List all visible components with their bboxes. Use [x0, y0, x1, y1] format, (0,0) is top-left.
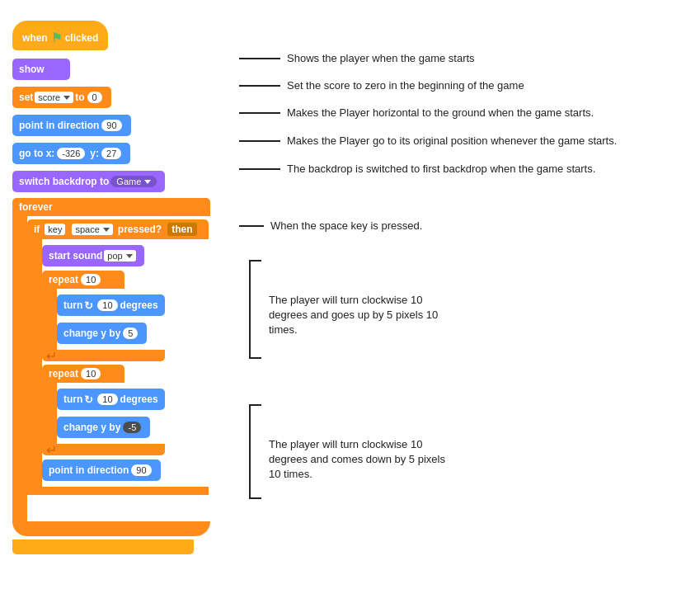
show-label: show	[19, 64, 45, 75]
if-body-wrapper: start sound pop	[27, 239, 209, 487]
direction-value: 90	[101, 120, 121, 131]
goto-row: go to x: -326 y: 27	[12, 140, 235, 167]
forever-body: if key space pressed? then	[12, 216, 235, 521]
repeat2-block: repeat 10	[42, 365, 165, 455]
repeat2-arrow: ↵	[46, 442, 57, 458]
ann-goto: Makes the Player go to its original posi…	[239, 134, 617, 148]
set-label: set	[19, 92, 33, 103]
bracket2-vline	[249, 404, 251, 499]
goto-block[interactable]: go to x: -326 y: 27	[12, 143, 130, 164]
turn1-degrees: 10	[97, 299, 117, 311]
turn2-icon: ↻	[84, 393, 93, 406]
ann-show: Shows the player when the game starts	[239, 51, 475, 66]
turn1-block[interactable]: turn ↻ 10 degrees	[57, 294, 165, 316]
ann-show-text: Shows the player when the game starts	[287, 51, 475, 66]
when-flag-clicked-block[interactable]: when ⚑ clicked	[12, 21, 108, 50]
ann-point-line	[239, 112, 280, 114]
sound-dropdown-arrow	[126, 254, 133, 258]
repeat1-label: repeat	[49, 274, 78, 285]
backdrop-dropdown[interactable]: Game	[110, 176, 157, 187]
degrees2-label: degrees	[120, 393, 158, 405]
turn2-label: turn	[63, 393, 82, 405]
ann-goto-line	[239, 140, 280, 142]
pressed-label: pressed?	[118, 224, 162, 235]
sound-dropdown[interactable]: pop	[104, 250, 135, 262]
sound-row: start sound pop	[42, 243, 165, 269]
if-footer	[27, 487, 209, 495]
point2-label: point in direction	[49, 464, 129, 476]
change-y1-value: 5	[123, 327, 138, 339]
forever-header[interactable]: forever	[12, 198, 210, 216]
change-y1-block[interactable]: change y by 5	[57, 323, 147, 344]
bracket1-vline	[249, 260, 251, 359]
backdrop-label: switch backdrop to	[19, 176, 109, 187]
ann-space-text: When the space key is pressed.	[270, 219, 422, 233]
point2-row: point in direction 90	[42, 457, 165, 483]
if-left-bar	[27, 239, 42, 487]
space-dropdown-arrow	[103, 228, 110, 232]
bracket2-hline-top	[249, 404, 261, 406]
score-dropdown[interactable]: score	[35, 92, 73, 103]
ann-backdrop-line	[239, 168, 280, 170]
space-dropdown[interactable]: space	[72, 224, 112, 235]
backdrop-dropdown-arrow	[144, 180, 151, 184]
change-y2-row: change y by -5	[57, 414, 165, 441]
point2-block[interactable]: point in direction 90	[42, 459, 161, 481]
repeat1-value: 10	[81, 274, 101, 285]
if-label: if	[34, 224, 40, 235]
repeat1-footer: ↵	[42, 350, 165, 361]
set-score-row: set score to 0	[12, 84, 235, 111]
change-y1-row: change y by 5	[57, 320, 165, 346]
repeat1-block: repeat 10	[42, 271, 165, 361]
to-label: to	[75, 92, 84, 103]
y-value: 27	[101, 148, 121, 159]
show-block[interactable]: show	[12, 59, 70, 80]
switch-backdrop-block[interactable]: switch backdrop to Game	[12, 171, 165, 192]
point-direction-block[interactable]: point in direction 90	[12, 115, 131, 136]
hat-block-row: when ⚑ clicked	[12, 18, 235, 53]
bracket2-hline-bottom	[249, 497, 261, 499]
repeat2-body-wrapper: turn ↻ 10 degrees	[42, 383, 165, 444]
change-y2-label: change y by	[63, 422, 120, 433]
if-block: if key space pressed? then	[27, 219, 209, 495]
x-value: -326	[57, 148, 85, 159]
ann-repeat2: The player will turn clockwise 10 degree…	[262, 437, 445, 483]
key-dropdown[interactable]: key	[45, 224, 65, 235]
turn1-icon: ↻	[84, 299, 93, 312]
degrees1-label: degrees	[120, 299, 158, 311]
blocks-column: when ⚑ clicked show set score	[8, 8, 239, 581]
turn2-block[interactable]: turn ↻ 10 degrees	[57, 389, 165, 410]
ann-space-key: When the space key is pressed.	[239, 219, 422, 233]
y-label: y:	[90, 148, 99, 159]
main-container: when ⚑ clicked show set score	[0, 0, 700, 589]
ann-show-line	[239, 58, 280, 59]
ann-goto-text: Makes the Player go to its original posi…	[287, 134, 617, 148]
if-header[interactable]: if key space pressed? then	[27, 219, 209, 239]
set-score-block[interactable]: set score to 0	[12, 87, 111, 108]
turn1-label: turn	[63, 299, 82, 311]
repeat1-arrow: ↵	[46, 348, 57, 364]
ann-backdrop-text: The backdrop is switched to first backdr…	[287, 162, 595, 177]
repeat2-header[interactable]: repeat 10	[42, 365, 124, 383]
score-value: 0	[87, 92, 102, 103]
point2-value: 90	[131, 464, 151, 476]
annotations-column: Shows the player when the game starts Se…	[239, 8, 700, 581]
turn2-row: turn ↻ 10 degrees	[57, 386, 165, 412]
show-block-row: show	[12, 56, 235, 82]
start-sound-block[interactable]: start sound pop	[42, 245, 144, 266]
forever-label: forever	[19, 201, 53, 213]
repeat1-body-wrapper: turn ↻ 10 degrees	[42, 289, 165, 350]
goto-label: go to x:	[19, 148, 54, 159]
bracket1-hline-bottom	[249, 357, 261, 359]
ann-repeat1: The player will turn clockwise 10 degree…	[262, 293, 438, 338]
if-inner: start sound pop	[42, 239, 165, 487]
point-direction-row: point in direction 90	[12, 112, 235, 139]
repeat1-header[interactable]: repeat 10	[42, 271, 124, 289]
change-y2-block[interactable]: change y by -5	[57, 417, 150, 438]
ann-point-text: Makes the Player horizontal to the groun…	[287, 106, 594, 120]
turn2-degrees: 10	[97, 393, 117, 405]
repeat2-inner: turn ↻ 10 degrees	[57, 383, 165, 444]
sound-label: start sound	[49, 250, 102, 262]
bracket1-hline-top	[249, 260, 261, 262]
change-y1-label: change y by	[63, 327, 120, 339]
